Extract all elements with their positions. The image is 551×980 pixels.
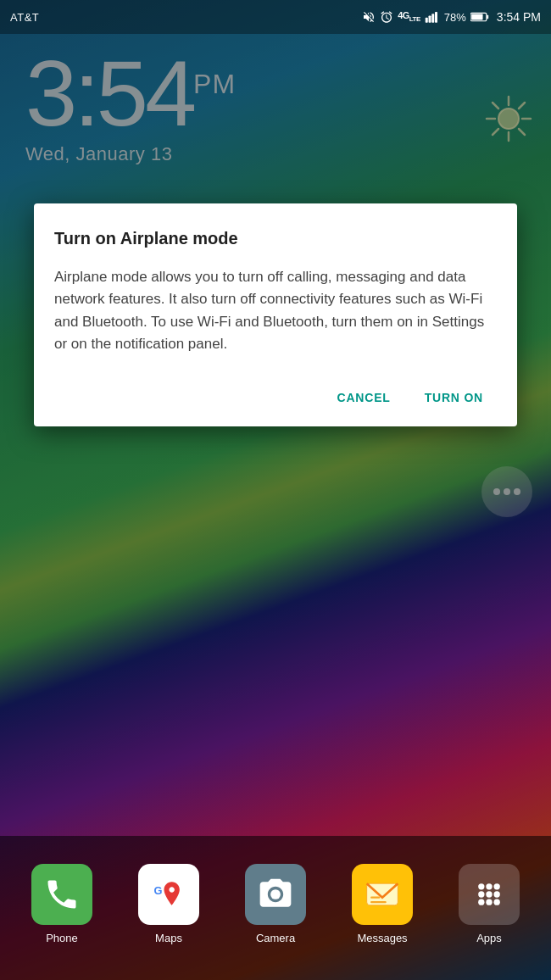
bottom-dock: Phone G Maps Camera [0,836,551,980]
svg-rect-1 [428,16,431,23]
svg-point-21 [478,883,484,889]
svg-point-28 [486,899,492,905]
messages-icon [364,876,401,913]
network-label: 4GLTE [398,10,420,23]
dock-item-camera[interactable]: Camera [229,864,322,944]
svg-point-27 [478,899,484,905]
phone-icon-wrap [31,864,92,925]
svg-rect-5 [471,14,482,19]
status-right-icons: 4GLTE 78% 3:54 PM [362,10,541,24]
dock-item-maps[interactable]: G Maps [122,864,215,944]
dock-item-phone[interactable]: Phone [15,864,109,944]
svg-rect-2 [431,14,434,23]
status-time: 3:54 PM [497,10,541,24]
svg-point-22 [486,883,492,889]
maps-icon-wrap: G [138,864,199,925]
svg-point-29 [494,899,500,905]
svg-point-26 [494,891,500,897]
dialog-title: Turn on Airplane mode [54,227,497,249]
svg-rect-3 [435,12,437,23]
battery-icon [470,12,489,22]
apps-label: Apps [476,932,502,944]
svg-rect-6 [487,15,488,19]
messages-icon-wrap [352,864,413,925]
phone-icon [43,876,81,913]
apps-icon-wrap [459,864,520,925]
signal-icon [425,11,440,23]
status-bar: AT&T 4GLTE 78% 3:54 PM [0,0,551,34]
cancel-button[interactable]: CANCEL [323,382,404,413]
maps-icon: G [150,876,187,913]
dock-item-apps[interactable]: Apps [442,864,536,944]
alarm-icon [380,10,393,24]
svg-point-24 [478,891,484,897]
carrier-label: AT&T [10,11,39,24]
dialog-body: Airplane mode allows you to turn off cal… [54,266,497,355]
airplane-mode-dialog: Turn on Airplane mode Airplane mode allo… [34,203,517,426]
dock-item-messages[interactable]: Messages [336,864,429,944]
svg-point-23 [494,883,500,889]
phone-label: Phone [46,932,78,944]
mute-icon [362,10,376,24]
camera-label: Camera [256,932,295,944]
apps-grid-icon [470,876,508,913]
svg-point-25 [486,891,492,897]
turn-on-button[interactable]: TURN ON [411,382,497,413]
messages-label: Messages [357,932,407,944]
svg-point-17 [270,889,281,899]
camera-icon [257,876,294,913]
camera-icon-wrap [245,864,306,925]
dialog-actions: CANCEL TURN ON [54,376,497,413]
battery-percentage: 78% [444,11,466,24]
svg-text:G: G [154,884,163,897]
svg-rect-0 [426,18,428,23]
dialog-overlay [0,0,551,980]
maps-label: Maps [155,932,182,944]
